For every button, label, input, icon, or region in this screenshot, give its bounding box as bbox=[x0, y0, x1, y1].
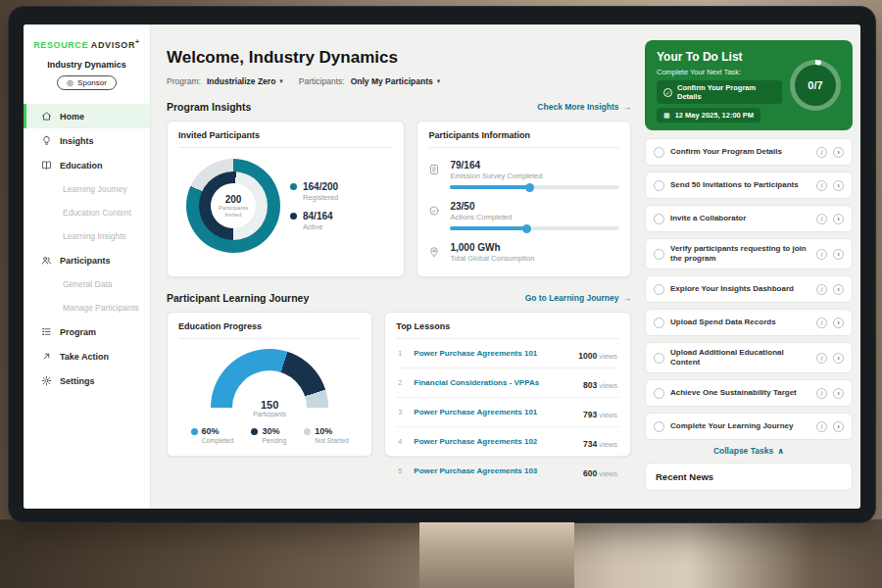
task-checkbox[interactable] bbox=[654, 388, 664, 399]
info-icon[interactable]: i bbox=[816, 147, 827, 158]
legend-dot bbox=[191, 428, 198, 435]
sidebar-nav: Home Insights Education Learning Journey bbox=[24, 104, 150, 393]
todo-hero-left: Your To Do List Complete Your Next Task:… bbox=[657, 50, 782, 121]
chevron-right-icon[interactable]: › bbox=[833, 249, 844, 260]
link-label: Check More Insights bbox=[537, 102, 618, 112]
sidebar-item-insights[interactable]: Insights bbox=[24, 128, 150, 153]
info-icon[interactable]: i bbox=[816, 249, 827, 260]
chevron-right-icon[interactable]: › bbox=[833, 388, 844, 399]
todo-progress-value: 0/7 bbox=[795, 65, 836, 106]
legend-item-registered: 164/200 Registered bbox=[290, 181, 338, 202]
info-icon[interactable]: i bbox=[816, 180, 827, 191]
info-icon[interactable]: i bbox=[816, 214, 827, 224]
info-value: 79/164 bbox=[450, 160, 619, 171]
check-more-insights-link[interactable]: Check More Insights → bbox=[537, 102, 631, 112]
lesson-views-label: views bbox=[599, 469, 617, 478]
task-row-upload-educational-content[interactable]: Upload Additional Educational Content i … bbox=[645, 342, 853, 373]
legend-value: 10% bbox=[315, 426, 348, 436]
arrow-right-icon: → bbox=[623, 102, 632, 112]
lesson-row[interactable]: 5 Power Purchase Agreements 103 600views bbox=[396, 457, 619, 485]
program-select[interactable]: Industrialize Zero ▾ bbox=[207, 76, 283, 86]
info-value: 1,000 GWh bbox=[450, 242, 619, 253]
sidebar-item-take-action[interactable]: Take Action bbox=[24, 344, 150, 368]
task-row-confirm-program[interactable]: Confirm Your Program Details i › bbox=[645, 138, 853, 166]
lesson-row[interactable]: 3 Power Purchase Agreements 101 793views bbox=[396, 398, 619, 427]
chevron-right-icon[interactable]: › bbox=[833, 284, 844, 295]
sidebar-item-education-content[interactable]: Education Content bbox=[24, 201, 150, 224]
sidebar-item-participants[interactable]: Participants bbox=[24, 248, 150, 272]
lesson-rank: 5 bbox=[398, 467, 406, 474]
collapse-tasks-button[interactable]: Collapse Tasks ∧ bbox=[713, 446, 784, 456]
lesson-link[interactable]: Power Purchase Agreements 101 bbox=[414, 408, 575, 416]
task-row-upload-spend-data[interactable]: Upload Spend Data Records i › bbox=[645, 309, 853, 336]
task-row-send-invitations[interactable]: Send 50 Invitations to Participants i › bbox=[645, 172, 853, 199]
lesson-row[interactable]: 2 Financial Considerations - VPPAs 803vi… bbox=[396, 368, 619, 398]
chevron-right-icon[interactable]: › bbox=[833, 180, 844, 191]
sidebar-item-label: Take Action bbox=[60, 352, 109, 362]
legend-value: 164/200 bbox=[303, 181, 338, 192]
sidebar-item-home[interactable]: Home bbox=[24, 104, 150, 128]
sidebar-item-education[interactable]: Education bbox=[24, 153, 150, 177]
sidebar-item-settings[interactable]: Settings bbox=[24, 368, 150, 393]
chevron-right-icon[interactable]: › bbox=[833, 353, 844, 364]
chevron-right-icon[interactable]: › bbox=[833, 147, 844, 158]
lesson-link[interactable]: Power Purchase Agreements 102 bbox=[414, 437, 575, 446]
task-checkbox[interactable] bbox=[654, 284, 664, 295]
task-row-explore-insights[interactable]: Explore Your Insights Dashboard i › bbox=[645, 275, 853, 303]
legend-dot bbox=[251, 428, 258, 435]
collapse-caret-icon: ∧ bbox=[777, 446, 784, 456]
sidebar-item-manage-participants[interactable]: Manage Participants bbox=[24, 296, 150, 319]
task-label: Explore Your Insights Dashboard bbox=[670, 284, 810, 294]
chevron-right-icon[interactable]: › bbox=[833, 214, 844, 224]
sidebar-item-learning-insights[interactable]: Learning Insights bbox=[24, 224, 150, 248]
legend-label: Not Started bbox=[315, 437, 348, 444]
task-row-complete-learning-journey[interactable]: Complete Your Learning Journey i › bbox=[645, 413, 853, 440]
todo-progress-ring: 0/7 bbox=[790, 60, 841, 111]
program-insights-header: Program Insights Check More Insights → bbox=[167, 101, 631, 113]
lesson-rank: 4 bbox=[398, 438, 406, 445]
collapse-label: Collapse Tasks bbox=[713, 446, 773, 456]
chevron-right-icon[interactable]: › bbox=[833, 421, 844, 432]
task-checkbox[interactable] bbox=[654, 318, 664, 328]
lesson-row[interactable]: 4 Power Purchase Agreements 102 734views bbox=[396, 427, 619, 457]
sidebar: RESOURCE ADVISOR+ Industry Dynamics ◎ Sp… bbox=[24, 24, 151, 509]
task-checkbox[interactable] bbox=[654, 353, 664, 364]
invited-participants-card: Invited Participants 200 Participants In… bbox=[167, 121, 405, 277]
legend-value: 60% bbox=[202, 426, 234, 436]
lesson-link[interactable]: Financial Considerations - VPPAs bbox=[414, 378, 575, 387]
info-icon[interactable]: i bbox=[816, 421, 827, 432]
arrow-right-icon: → bbox=[623, 293, 632, 303]
info-icon[interactable]: i bbox=[816, 353, 827, 364]
task-checkbox[interactable] bbox=[654, 214, 664, 224]
info-icon[interactable]: i bbox=[816, 284, 827, 295]
sidebar-item-label: Education Content bbox=[63, 208, 131, 218]
list-icon bbox=[41, 326, 52, 337]
task-row-verify-participants[interactable]: Verify participants requesting to join t… bbox=[645, 238, 853, 270]
education-legend: 60% Completed 30% Pending bbox=[178, 426, 361, 444]
participants-select[interactable]: Only My Participants ▾ bbox=[351, 76, 441, 86]
sidebar-item-general-data[interactable]: General Data bbox=[24, 272, 150, 296]
invited-legend: 164/200 Registered 84/164 Active bbox=[290, 172, 338, 240]
task-checkbox[interactable] bbox=[654, 249, 664, 260]
go-to-learning-journey-link[interactable]: Go to Learning Journey → bbox=[525, 293, 631, 303]
gauge-value: 150 bbox=[201, 399, 338, 411]
people-icon bbox=[41, 255, 52, 266]
lesson-link[interactable]: Power Purchase Agreements 103 bbox=[414, 466, 575, 475]
task-checkbox[interactable] bbox=[654, 180, 664, 191]
sidebar-item-program[interactable]: Program bbox=[24, 319, 150, 344]
chevron-right-icon[interactable]: › bbox=[833, 318, 844, 328]
task-row-invite-collaborator[interactable]: Invite a Collaborator i › bbox=[645, 205, 853, 232]
task-checkbox[interactable] bbox=[654, 421, 664, 432]
info-icon[interactable]: i bbox=[816, 318, 827, 328]
main-content: Welcome, Industry Dynamics Program: Indu… bbox=[151, 24, 643, 509]
task-label: Invite a Collaborator bbox=[670, 214, 810, 223]
task-checkbox[interactable] bbox=[654, 147, 664, 158]
lesson-link[interactable]: Power Purchase Agreements 101 bbox=[414, 349, 570, 358]
next-task-chip: ✓ Confirm Your Program Details bbox=[657, 80, 782, 104]
lesson-row[interactable]: 1 Power Purchase Agreements 101 1000view… bbox=[396, 339, 619, 368]
task-row-achieve-sustainability-target[interactable]: Achieve One Sustainability Target i › bbox=[645, 379, 853, 407]
sidebar-item-learning-journey[interactable]: Learning Journey bbox=[24, 177, 150, 201]
info-icon[interactable]: i bbox=[816, 388, 827, 399]
sponsor-label: Sponsor bbox=[77, 78, 107, 87]
chevron-down-icon: ▾ bbox=[437, 77, 441, 85]
